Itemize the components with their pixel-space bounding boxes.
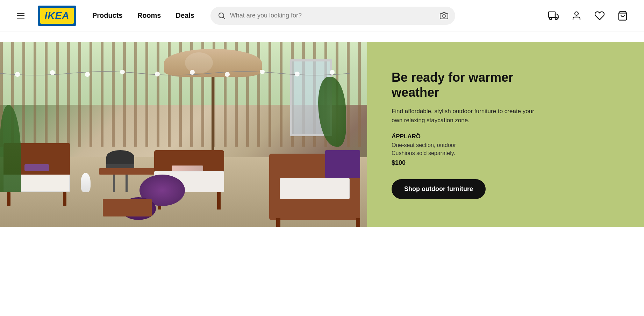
ikea-logo-text: IKEA <box>45 10 70 21</box>
hero-product-price: $100 <box>392 159 545 167</box>
right-outdoor-chair <box>269 147 367 227</box>
hero-description: Find affordable, stylish outdoor furnitu… <box>392 107 545 125</box>
hero-text: Be ready for warmer weather Find afforda… <box>392 70 545 199</box>
camera-icon[interactable] <box>440 12 448 20</box>
header-actions <box>546 8 630 23</box>
svg-point-10 <box>85 72 90 77</box>
svg-point-11 <box>120 70 125 74</box>
leg-fl <box>7 192 10 206</box>
hamburger-line-3 <box>17 18 24 19</box>
hero-content-panel: Be ready for warmer weather Find afforda… <box>367 42 644 227</box>
center-chair-leg-r <box>217 192 221 210</box>
ikea-logo[interactable]: IKEA <box>38 6 76 26</box>
svg-line-1 <box>223 17 225 19</box>
svg-point-9 <box>50 70 55 75</box>
leg-fr <box>63 192 66 206</box>
svg-point-6 <box>575 12 578 15</box>
hero-product-name: ÄPPLARÖ <box>392 133 545 140</box>
hero-banner: Be ready for warmer weather Find afforda… <box>0 42 644 227</box>
svg-point-14 <box>225 72 230 77</box>
hero-headline: Be ready for warmer weather <box>392 70 545 100</box>
search-icon <box>217 12 226 20</box>
purple-cushion-left <box>24 164 49 171</box>
nav-rooms[interactable]: Rooms <box>132 9 167 22</box>
svg-point-17 <box>330 70 335 75</box>
plant-right <box>318 77 346 147</box>
hamburger-button[interactable] <box>14 10 27 21</box>
account-button[interactable] <box>569 8 584 23</box>
svg-point-13 <box>190 70 195 75</box>
hero-product-desc: One-seat section, outdoorCushions sold s… <box>392 141 545 157</box>
delivery-icon <box>548 10 559 21</box>
coffee-table <box>103 199 152 216</box>
search-input[interactable] <box>230 12 436 19</box>
svg-point-2 <box>443 15 445 17</box>
right-chair-leg-r <box>356 218 360 227</box>
heart-icon <box>594 10 605 21</box>
svg-point-4 <box>550 17 552 20</box>
svg-point-0 <box>219 13 224 18</box>
svg-point-8 <box>15 72 20 77</box>
wishlist-button[interactable] <box>592 8 607 23</box>
shop-outdoor-button[interactable]: Shop outdoor furniture <box>392 179 486 199</box>
hamburger-line-1 <box>17 13 24 14</box>
cart-button[interactable] <box>615 8 630 23</box>
white-vase <box>81 173 91 192</box>
header: IKEA Products Rooms Deals <box>0 0 644 31</box>
bbq-leg-right <box>126 175 128 192</box>
bbq-leg-left <box>113 175 115 192</box>
account-icon <box>571 10 582 21</box>
svg-point-16 <box>295 72 300 76</box>
bbq-lid <box>106 150 134 164</box>
pink-stripe-cushion <box>172 166 203 171</box>
svg-point-12 <box>155 72 160 76</box>
svg-point-5 <box>555 17 557 20</box>
delivery-button[interactable] <box>546 8 561 23</box>
hero-bg <box>0 42 367 227</box>
hamburger-line-2 <box>17 15 24 16</box>
right-chair-seat-cushion <box>280 178 350 199</box>
bbq-legs <box>103 175 138 192</box>
main-nav: Products Rooms Deals <box>87 9 200 22</box>
right-purple-back-cushion <box>325 150 360 178</box>
nav-deals[interactable]: Deals <box>170 9 200 22</box>
nav-products[interactable]: Products <box>87 9 128 22</box>
right-chair-leg-l <box>276 218 280 227</box>
plant-right-leaves <box>318 77 346 147</box>
cart-icon <box>617 10 628 21</box>
search-bar <box>210 7 455 25</box>
string-lights <box>0 70 367 80</box>
string-lights-svg <box>0 70 367 80</box>
svg-rect-3 <box>549 12 555 17</box>
hero-image <box>0 42 367 227</box>
svg-point-15 <box>260 70 265 74</box>
